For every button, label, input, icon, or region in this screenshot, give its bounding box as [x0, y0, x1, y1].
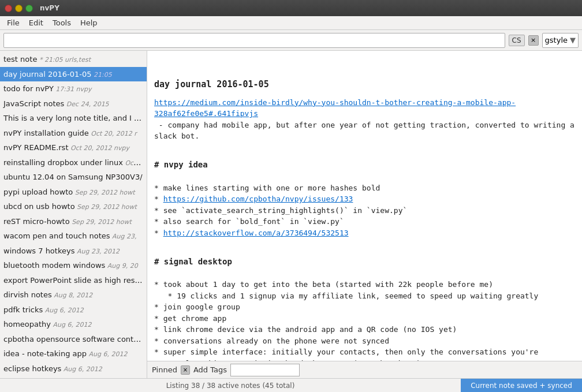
list-item[interactable]: idea - note-taking app Aug 6, 2012 [0, 346, 147, 361]
editor-paragraph: * get chrome app [154, 313, 575, 324]
editor-paragraph: * also search for `bold_font` in `view.p… [154, 216, 575, 227]
editor-paragraph: - company had mobile app, but after one … [154, 120, 575, 142]
list-item[interactable]: pypi upload howto Sep 29, 2012 howt [0, 185, 147, 200]
menu-file[interactable]: File [2, 17, 24, 28]
editor-link[interactable]: http://stackoverflow.com/a/3736494/53251… [163, 229, 349, 237]
maximize-button[interactable] [25, 5, 33, 12]
style-label: gstyle [545, 36, 568, 44]
cs-badge: CS [509, 35, 525, 46]
editor-paragraph: https://medium.com/inside-birdly/why-you… [154, 97, 575, 120]
list-item[interactable]: homeopathy Aug 6, 2012 [0, 317, 147, 332]
editor-paragraph: * join google group [154, 301, 575, 313]
list-item[interactable]: cpbotha opensource software contribu [0, 332, 147, 347]
window-title: nvPY [40, 4, 59, 12]
close-button[interactable] [5, 5, 12, 12]
list-item[interactable]: bluetooth modem windows Aug 9, 20 [0, 258, 147, 273]
dropdown-arrow-icon: ▼ [570, 36, 576, 44]
menu-edit[interactable]: Edit [24, 17, 48, 28]
editor-paragraph [154, 238, 575, 250]
editor-content[interactable]: day journal 2016-01-05https://medium.com… [147, 51, 582, 361]
list-item[interactable]: reST micro-howto Sep 29, 2012 howt [0, 214, 147, 229]
editor-paragraph [154, 142, 575, 154]
minimize-button[interactable] [15, 5, 23, 12]
editor-paragraph: * make lines starting with one or more h… [154, 182, 575, 194]
search-clear-button[interactable]: × [528, 35, 539, 46]
editor-area: day journal 2016-01-05https://medium.com… [147, 51, 582, 378]
list-item[interactable]: test note * 21:05 urls,test [0, 52, 147, 67]
menu-help[interactable]: Help [76, 17, 102, 28]
list-item[interactable]: windows 7 hotkeys Aug 23, 2012 [0, 244, 147, 259]
editor-link[interactable]: https://medium.com/inside-birdly/why-you… [154, 98, 516, 118]
list-item[interactable]: eclipse hotkeys Aug 6, 2012 [0, 361, 147, 376]
editor-paragraph: * took about 1 day to get into the beta … [154, 279, 575, 290]
list-item[interactable]: day journal 2016-01-05 21:05 [0, 67, 147, 82]
editor-paragraph: # nvpy idea [154, 159, 575, 171]
editor-paragraph: * see `activate_search_string_highlights… [154, 205, 575, 216]
editor-paragraph: * link chrome device via the android app… [154, 324, 575, 335]
list-item[interactable]: wacom pen and touch notes Aug 23, [0, 229, 147, 244]
list-item[interactable]: export PowerPoint slide as high resolu [0, 273, 147, 288]
titlebar: nvPY [0, 0, 582, 16]
window-controls [5, 5, 33, 12]
main-area: test note * 21:05 urls,testday journal 2… [0, 51, 582, 378]
editor-paragraph: * conversations already on the phone wer… [154, 335, 575, 347]
tags-input[interactable] [230, 364, 300, 376]
tag-bar: Pinned × Add Tags [147, 361, 582, 378]
search-input[interactable] [3, 33, 505, 48]
list-item[interactable]: ubuntu 12.04 on Samsung NP300V3/ [0, 170, 147, 185]
menu-tools[interactable]: Tools [48, 17, 76, 28]
editor-paragraph: * 19 clicks and 1 signup via my affiliat… [154, 290, 575, 302]
statusbar: Listing 38 / 38 active notes (45 total) … [0, 378, 582, 392]
list-item[interactable]: dirvish notes Aug 8, 2012 [0, 288, 147, 303]
pinned-remove-button[interactable]: × [181, 365, 190, 375]
list-item[interactable]: reinstalling dropbox under linux Oct 15 [0, 155, 147, 170]
style-dropdown[interactable]: gstyle ▼ [542, 33, 579, 48]
list-item[interactable]: JavaScript notes Dec 24, 2015 [0, 96, 147, 111]
editor-paragraph: * super simple interface: initially your… [154, 346, 575, 361]
list-item[interactable]: pdfk tricks Aug 6, 2012 [0, 303, 147, 318]
editor-title: day journal 2016-01-05 [154, 78, 575, 91]
list-item[interactable]: todo for nvPY 17:31 nvpy [0, 81, 147, 96]
editor-link[interactable]: https://github.com/cpbotha/nvpy/issues/1… [163, 195, 353, 203]
editor-paragraph: * http://stackoverflow.com/a/3736494/532… [154, 227, 575, 239]
editor-paragraph [154, 171, 575, 182]
sidebar: test note * 21:05 urls,testday journal 2… [0, 51, 147, 378]
notes-list[interactable]: test note * 21:05 urls,testday journal 2… [0, 51, 147, 378]
listing-status: Listing 38 / 38 active notes (45 total) [0, 382, 461, 390]
list-item[interactable]: nvPY README.rst Oct 20, 2012 nvpy [0, 140, 147, 155]
note-save-status: Current note saved + synced [461, 379, 582, 392]
editor-paragraph: # signal desktop [154, 256, 575, 268]
editor-paragraph: * https://github.com/cpbotha/nvpy/issues… [154, 193, 575, 205]
editor-paragraph [154, 268, 575, 279]
list-item[interactable]: nvPY installation guide Oct 20, 2012 r [0, 126, 147, 141]
list-item[interactable]: This is a very long note title, and I wi… [0, 111, 147, 126]
pinned-label: Pinned [152, 365, 177, 374]
menubar: File Edit Tools Help [0, 16, 582, 30]
searchbar: CS × gstyle ▼ [0, 30, 582, 51]
add-tags-label: Add Tags [193, 365, 227, 374]
list-item[interactable]: ubcd on usb howto Sep 29, 2012 howt [0, 199, 147, 214]
